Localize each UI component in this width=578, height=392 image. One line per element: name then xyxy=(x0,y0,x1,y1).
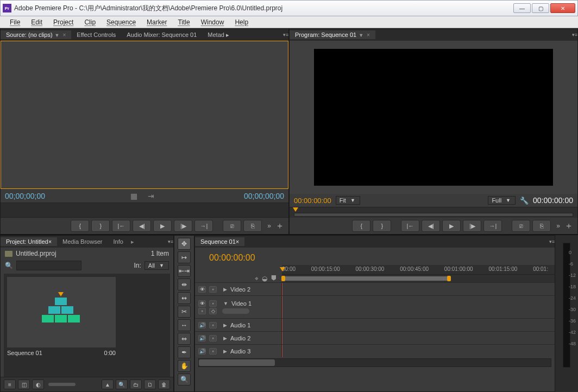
playhead-icon[interactable] xyxy=(293,207,298,212)
timeline-tc[interactable]: 00:00:00:00 xyxy=(209,253,255,263)
ripple-edit-tool-icon[interactable]: ⇤⇥ xyxy=(178,265,191,277)
menu-file[interactable]: File xyxy=(4,18,26,26)
list-view-icon[interactable]: ≡ xyxy=(4,380,16,389)
pen-tool-icon[interactable]: ✒ xyxy=(178,346,191,358)
mark-in-button[interactable]: { xyxy=(71,220,89,232)
tab-media-browser[interactable]: Media Browser xyxy=(57,237,108,246)
tab-source[interactable]: Source: (no clips)▼× xyxy=(1,30,71,39)
add-button-icon[interactable]: ＋ xyxy=(564,220,573,232)
resolution-select[interactable]: Full▼ xyxy=(488,196,516,205)
sequence-name[interactable]: Sequence 01 xyxy=(7,350,42,356)
track-label[interactable]: Video 2 xyxy=(230,286,250,293)
snap-icon[interactable]: ⌖ xyxy=(255,275,259,282)
lock-icon[interactable]: ▫ xyxy=(209,348,217,355)
more-controls-icon[interactable]: » xyxy=(556,222,560,230)
menu-marker[interactable]: Marker xyxy=(141,18,172,26)
step-forward-button[interactable]: |▶ xyxy=(463,220,481,232)
find-icon[interactable]: 🔍 xyxy=(116,380,128,389)
more-controls-icon[interactable]: » xyxy=(267,222,271,230)
go-to-out-button[interactable]: →| xyxy=(483,220,502,232)
add-button-icon[interactable]: ＋ xyxy=(275,220,284,232)
menu-project[interactable]: Project xyxy=(48,18,79,26)
mark-out-button[interactable]: } xyxy=(373,220,391,232)
hand-tool-icon[interactable]: ✋ xyxy=(178,360,191,372)
maximize-button[interactable]: ▢ xyxy=(532,3,549,13)
eye-icon[interactable]: 👁 xyxy=(198,286,206,293)
step-back-button[interactable]: ◀| xyxy=(422,220,440,232)
extract-button[interactable]: ⎘ xyxy=(532,220,551,232)
menu-help[interactable]: Help xyxy=(229,18,254,26)
track-select-tool-icon[interactable]: ↦ xyxy=(178,251,191,263)
lock-icon[interactable]: ▫ xyxy=(209,335,217,342)
lock-icon[interactable]: ▫ xyxy=(209,300,217,307)
slide-tool-icon[interactable]: ⇔ xyxy=(178,333,191,345)
new-bin-icon[interactable]: 🗀 xyxy=(130,380,142,389)
play-button[interactable]: ▶ xyxy=(442,220,461,232)
icon-view-icon[interactable]: ◫ xyxy=(18,380,30,389)
panel-menu-icon[interactable]: ▾≡ xyxy=(572,32,577,37)
keyframe-icon[interactable]: ▫ xyxy=(198,308,206,314)
timeline-ruler[interactable]: 00:00 00:00:15:00 00:00:30:00 00:00:45:0… xyxy=(282,265,555,275)
timeline-scrollbar[interactable] xyxy=(198,358,551,367)
tab-info[interactable]: Info xyxy=(108,237,128,246)
auto-color-icon[interactable]: ◐ xyxy=(32,380,44,389)
lock-icon[interactable]: ▫ xyxy=(209,286,217,293)
selection-tool-icon[interactable]: ✥ xyxy=(178,238,191,250)
razor-tool-icon[interactable]: ✂ xyxy=(178,306,191,318)
sequence-thumbnail[interactable] xyxy=(40,293,83,323)
search-icon[interactable]: 🔍 xyxy=(5,262,13,269)
mark-out-button[interactable]: } xyxy=(91,220,110,232)
step-back-button[interactable]: ◀| xyxy=(133,220,151,232)
step-forward-button[interactable]: |▶ xyxy=(174,220,192,232)
search-input[interactable] xyxy=(16,261,81,270)
mark-in-button[interactable]: { xyxy=(352,220,370,232)
lift-button[interactable]: ⎚ xyxy=(512,220,530,232)
opacity-widget[interactable] xyxy=(222,308,249,314)
go-to-in-button[interactable]: |← xyxy=(112,220,130,232)
menu-window[interactable]: Window xyxy=(196,18,230,26)
menu-edit[interactable]: Edit xyxy=(26,18,48,26)
zoom-tool-icon[interactable]: 🔍 xyxy=(178,374,191,385)
automate-icon[interactable]: ▲ xyxy=(102,380,114,389)
zoom-select[interactable]: Fit▼ xyxy=(336,196,360,205)
program-tc[interactable]: 00:00:00:00 xyxy=(294,197,331,205)
project-preview[interactable]: Sequence 01 0:00 xyxy=(4,274,170,377)
playhead-icon[interactable] xyxy=(280,267,285,271)
play-button[interactable]: ▶ xyxy=(153,220,172,232)
source-tc-in[interactable]: 00;00;00;00 xyxy=(5,192,45,200)
go-to-in-button[interactable]: |← xyxy=(401,220,419,232)
menu-sequence[interactable]: Sequence xyxy=(101,18,141,26)
tab-sequence[interactable]: Sequence 01× xyxy=(195,237,244,246)
speaker-icon[interactable]: 🔊 xyxy=(198,322,206,328)
track-label[interactable]: Audio 3 xyxy=(230,348,250,355)
source-scrubber[interactable] xyxy=(1,203,288,218)
track-label[interactable]: Audio 1 xyxy=(230,322,250,328)
tab-project[interactable]: Project: Untitled× xyxy=(1,237,57,246)
track-label[interactable]: Audio 2 xyxy=(230,335,250,342)
source-monitor[interactable] xyxy=(1,41,288,189)
menu-title[interactable]: Title xyxy=(172,18,195,26)
work-area-bar[interactable] xyxy=(282,275,555,282)
tab-effect-controls[interactable]: Effect Controls xyxy=(71,30,121,39)
panel-menu-icon[interactable]: ▾≡ xyxy=(168,239,173,244)
menu-clip[interactable]: Clip xyxy=(79,18,101,26)
track-label[interactable]: Video 1 xyxy=(231,300,252,307)
program-monitor[interactable] xyxy=(290,41,577,194)
close-button[interactable]: ✕ xyxy=(550,3,575,13)
minimize-button[interactable]: — xyxy=(513,3,531,13)
speaker-icon[interactable]: 🔊 xyxy=(198,335,206,342)
trash-icon[interactable]: 🗑 xyxy=(158,380,170,389)
tab-program[interactable]: Program: Sequence 01▼× xyxy=(290,30,375,39)
rate-stretch-tool-icon[interactable]: ↭ xyxy=(178,292,191,304)
rolling-edit-tool-icon[interactable]: ⇹ xyxy=(178,279,191,290)
filter-select[interactable]: All▼ xyxy=(144,261,169,270)
settings-icon[interactable]: 🔧 xyxy=(520,197,529,205)
lock-icon[interactable]: ▫ xyxy=(209,322,217,328)
new-item-icon[interactable]: 🗋 xyxy=(144,380,156,389)
eye-icon[interactable]: 👁 xyxy=(198,300,206,307)
slip-tool-icon[interactable]: ↔ xyxy=(178,319,191,331)
panel-menu-icon[interactable]: ▾≡ xyxy=(549,239,555,244)
marker-icon[interactable]: ◒ xyxy=(262,275,267,282)
overwrite-button[interactable]: ⎘ xyxy=(243,220,262,232)
insert-button[interactable]: ⎚ xyxy=(223,220,241,232)
